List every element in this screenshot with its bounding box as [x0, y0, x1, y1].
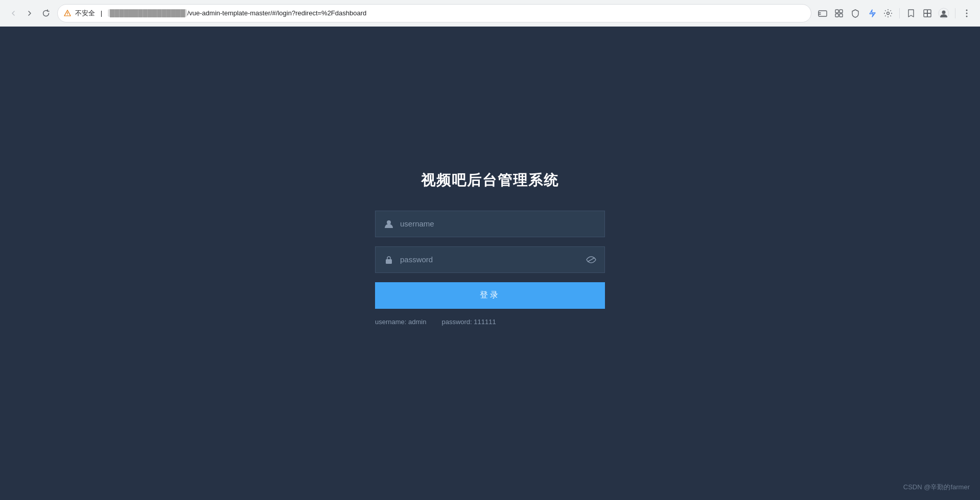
- lock-icon: [384, 255, 394, 265]
- divider: [899, 8, 900, 18]
- eye-icon[interactable]: [586, 256, 596, 263]
- svg-rect-6: [839, 14, 843, 17]
- svg-point-13: [942, 10, 946, 14]
- reload-button[interactable]: [39, 6, 53, 20]
- extensions-button[interactable]: [832, 6, 846, 20]
- svg-rect-3: [835, 10, 838, 13]
- page-content: 视频吧后台管理系统: [0, 27, 980, 500]
- hint-password: password: 111111: [441, 318, 496, 326]
- address-bar[interactable]: 不安全 | ████████████████/vue-admin-templat…: [57, 4, 811, 22]
- svg-point-17: [387, 220, 391, 224]
- security-warning-icon: [64, 10, 71, 17]
- lightning-button[interactable]: [865, 6, 879, 20]
- profile-collections-button[interactable]: [920, 6, 935, 20]
- browser-actions: [815, 6, 974, 20]
- svg-rect-2: [819, 11, 827, 16]
- watermark: CSDN @辛勤的farmer: [903, 483, 970, 492]
- login-button[interactable]: 登录: [375, 282, 605, 309]
- menu-button[interactable]: [960, 6, 974, 20]
- browser-chrome: 不安全 | ████████████████/vue-admin-templat…: [0, 0, 980, 27]
- address-text: 不安全 | ████████████████/vue-admin-templat…: [75, 9, 805, 18]
- divider2: [955, 8, 955, 18]
- back-button[interactable]: [6, 6, 20, 20]
- svg-point-7: [887, 12, 890, 14]
- username-input[interactable]: [400, 211, 596, 237]
- user-icon: [384, 219, 394, 229]
- login-form: 登录 username: admin password: 111111: [375, 211, 605, 326]
- svg-point-15: [966, 12, 968, 14]
- page-title: 视频吧后台管理系统: [421, 171, 559, 190]
- svg-rect-10: [924, 13, 927, 17]
- svg-rect-11: [927, 13, 931, 17]
- hint-username: username: admin: [375, 318, 426, 326]
- password-input-group: [375, 246, 605, 273]
- bookmarks-button[interactable]: [904, 6, 918, 20]
- svg-rect-18: [386, 259, 392, 264]
- svg-rect-4: [839, 10, 843, 13]
- svg-line-19: [588, 258, 595, 262]
- svg-point-14: [966, 9, 968, 11]
- hint-text: username: admin password: 111111: [375, 318, 496, 326]
- blurred-domain: ████████████████: [108, 9, 187, 17]
- settings-button[interactable]: [881, 6, 895, 20]
- cast-button[interactable]: [815, 6, 830, 20]
- svg-point-1: [67, 14, 67, 15]
- forward-button[interactable]: [22, 6, 37, 20]
- svg-rect-5: [835, 14, 838, 17]
- nav-buttons: [6, 6, 53, 20]
- svg-rect-9: [927, 10, 931, 13]
- user-profile-button[interactable]: [937, 6, 951, 20]
- password-input[interactable]: [400, 247, 580, 272]
- svg-rect-8: [924, 10, 927, 13]
- username-input-group: [375, 211, 605, 237]
- svg-point-16: [966, 15, 968, 17]
- login-container: 视频吧后台管理系统: [375, 171, 605, 326]
- shield-button[interactable]: [848, 6, 862, 20]
